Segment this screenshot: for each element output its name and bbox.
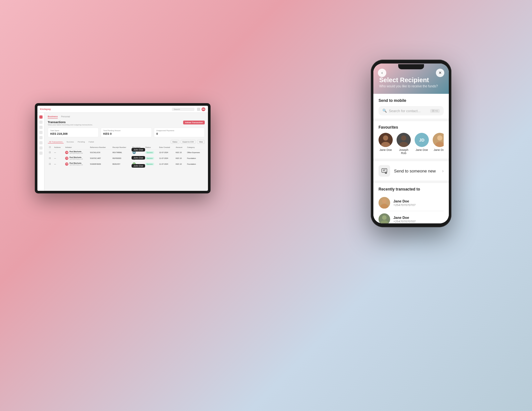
recent-contact-item[interactable]: Jane Doe +254707070707 bbox=[379, 211, 444, 223]
svg-point-2 bbox=[401, 135, 406, 141]
ref-number: 5G870C14BT bbox=[89, 155, 111, 161]
sidebar-item-2[interactable] bbox=[39, 126, 43, 129]
col-initiator: Initiator bbox=[64, 145, 89, 150]
recent-name-2: Jane Doe bbox=[393, 216, 444, 220]
search-shortcut: ⌘+K bbox=[430, 109, 440, 113]
favourite-item[interactable]: Jane Doe bbox=[433, 133, 444, 155]
view-btn[interactable]: View bbox=[197, 140, 205, 144]
desktop-search-bar[interactable]: Search bbox=[172, 108, 194, 111]
category: Foundation bbox=[186, 155, 205, 161]
filter-bar: All Transactions Success Pending Failed … bbox=[48, 140, 205, 144]
page-subtitle: View your latest incoming and outgoing t… bbox=[48, 124, 93, 126]
ref-number: 5G800F0M36 bbox=[89, 161, 111, 167]
fav-name-2: Joseph Rob bbox=[397, 148, 411, 155]
amount: KES 10 bbox=[174, 155, 186, 161]
phone-screen: ‹ ✕ Select Recipient Who would you like … bbox=[373, 64, 449, 223]
filter-failed[interactable]: Failed bbox=[87, 141, 95, 143]
filter-actions: Status Export to CSV View bbox=[171, 140, 205, 144]
svg-point-5 bbox=[435, 142, 444, 147]
recent-phone-2: +254707070707 bbox=[393, 220, 444, 223]
page-title: Transactions bbox=[48, 121, 93, 124]
user-avatar[interactable]: PM bbox=[202, 107, 205, 111]
amount: KES 10 bbox=[174, 161, 186, 167]
desktop-topbar: Kiotapay Search PM bbox=[37, 106, 208, 113]
status-badge: Success bbox=[145, 157, 154, 160]
tab-personal[interactable]: Personal bbox=[61, 115, 70, 119]
recent-avatar-2 bbox=[379, 213, 390, 223]
svg-point-3 bbox=[399, 142, 408, 147]
svg-point-14 bbox=[380, 220, 388, 223]
desktop-sidebar bbox=[37, 113, 44, 191]
send-to-someone-new-row[interactable]: Send to someone new › bbox=[373, 161, 449, 181]
filter-pending[interactable]: Pending bbox=[76, 141, 86, 143]
amount: KES 10 bbox=[174, 150, 186, 155]
filter-all[interactable]: All Transactions bbox=[48, 140, 64, 143]
svg-point-12 bbox=[380, 204, 388, 209]
filter-success[interactable]: Success bbox=[65, 141, 75, 143]
sidebar-item-4[interactable] bbox=[39, 136, 43, 139]
sidebar-item-7[interactable] bbox=[39, 152, 43, 155]
date-created: 11-07-2024 bbox=[158, 161, 174, 167]
col-status: Status bbox=[144, 145, 158, 150]
stat-cards: Total Spent KES 219,308 Total Pending Am… bbox=[48, 128, 205, 137]
stat-label-spent: Total Spent bbox=[50, 130, 96, 132]
status-filter-btn[interactable]: Status bbox=[171, 140, 180, 144]
stat-card-pending: Total Pending Amount KES 0 bbox=[101, 128, 152, 137]
stat-label-unapproved: Unapproved Payments bbox=[156, 130, 202, 132]
initiator-email: spam@kiotapay.com bbox=[69, 164, 83, 166]
svg-point-0 bbox=[383, 135, 388, 141]
back-button[interactable]: ‹ bbox=[378, 69, 386, 77]
sidebar-item-3[interactable] bbox=[39, 131, 43, 134]
svg-point-10 bbox=[386, 172, 386, 173]
initiator-email: spam@kiotapay.com bbox=[69, 152, 83, 154]
favourite-item[interactable]: Joseph Rob bbox=[397, 133, 411, 155]
table-row: ☐ — PM Paul Macharia spam@kiotapay.com bbox=[48, 155, 205, 161]
sidebar-item-6[interactable] bbox=[39, 146, 43, 150]
svg-point-4 bbox=[437, 135, 442, 141]
receipt-number: BENV/DY bbox=[111, 161, 131, 167]
transactions-header: Transactions View your latest incoming a… bbox=[48, 121, 205, 126]
phone-body: Send to mobile 🔍 Search for contact... ⌘… bbox=[373, 94, 449, 223]
col-category: Category bbox=[186, 145, 205, 150]
favourites-section: Favourites Jane Doe bbox=[373, 121, 449, 159]
fav-name-1: Jane Doe bbox=[379, 148, 392, 152]
stat-card-unapproved: Unapproved Payments 0 bbox=[154, 128, 205, 137]
close-button[interactable]: ✕ bbox=[436, 69, 444, 77]
col-amount: Amount bbox=[174, 145, 186, 150]
chevron-right-icon: › bbox=[442, 168, 444, 173]
search-placeholder: Search bbox=[174, 108, 180, 110]
sidebar-item-1[interactable] bbox=[39, 121, 43, 124]
export-csv-btn[interactable]: Export to CSV bbox=[181, 140, 196, 144]
phone-mockup: ‹ ✕ Select Recipient Who would you like … bbox=[371, 60, 451, 227]
tooltip-john-doe-1: John Doe bbox=[132, 148, 145, 152]
recent-name-1: Jane Doe bbox=[393, 199, 444, 203]
contact-search-bar[interactable]: 🔍 Search for contact... ⌘+K bbox=[379, 106, 444, 115]
search-placeholder-text: Search for contact... bbox=[389, 109, 428, 113]
initiator-email: spam@kiotapay.com bbox=[69, 158, 83, 160]
desktop-topbar-icons: PM bbox=[197, 107, 205, 111]
svg-point-1 bbox=[381, 142, 390, 147]
desktop-content: Business Personal Transactions View your… bbox=[44, 113, 208, 191]
status-badge: Success bbox=[145, 151, 154, 154]
recently-transacted-section: Recently transacted to Jane Doe +2547070… bbox=[373, 183, 449, 223]
favourite-item[interactable]: Jane Doe bbox=[379, 133, 393, 155]
table-header-row: ☐ Actions Initiator Reference Number Rec… bbox=[48, 145, 205, 150]
notification-icon[interactable] bbox=[197, 108, 200, 111]
desktop-tabs: Business Personal bbox=[48, 115, 205, 119]
desktop-mockup: Kiotapay Search PM bbox=[35, 103, 211, 193]
ref-number: 5GCN1L0CK bbox=[89, 150, 111, 155]
send-to-mobile-section: Send to mobile 🔍 Search for contact... ⌘… bbox=[373, 94, 449, 119]
fav-avatar-1 bbox=[379, 133, 393, 147]
sidebar-item-5[interactable] bbox=[39, 141, 43, 144]
sidebar-item-home[interactable] bbox=[39, 115, 43, 119]
favourite-item[interactable]: JD Jane Doe bbox=[415, 133, 429, 155]
status-badge: Success bbox=[145, 163, 154, 165]
desktop-screen: Kiotapay Search PM bbox=[37, 106, 208, 191]
initiate-transaction-button[interactable]: Initiate Transaction bbox=[183, 121, 205, 124]
initiator-avatar: PM bbox=[65, 157, 68, 160]
tab-business[interactable]: Business bbox=[48, 115, 58, 119]
date-created: 11-07-2024 bbox=[158, 155, 174, 161]
recently-transacted-title: Recently transacted to bbox=[379, 187, 444, 191]
recent-contact-item[interactable]: Jane Doe +254707070707 bbox=[379, 195, 444, 211]
transactions-title-group: Transactions View your latest incoming a… bbox=[48, 121, 93, 126]
